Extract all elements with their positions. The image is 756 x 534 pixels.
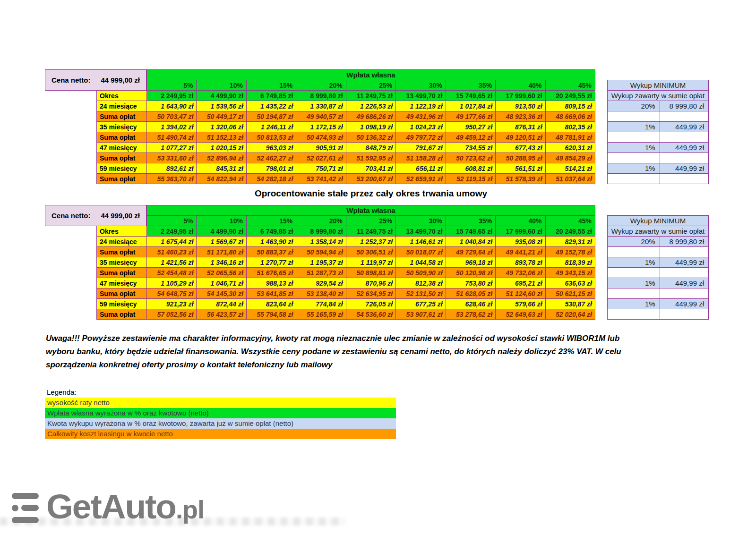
installment-cell: 988,13 zł bbox=[247, 278, 296, 288]
wykup-percent-cell: 1% bbox=[608, 278, 660, 288]
installment-cell: 1 146,61 zł bbox=[396, 237, 445, 246]
row-label: 35 miesięcy bbox=[97, 257, 146, 267]
cena-netto-box: Cena netto:44 999,00 zł bbox=[45, 69, 146, 91]
installment-cell: 893,78 zł bbox=[496, 257, 545, 267]
row-label: 24 miesiące bbox=[97, 237, 146, 246]
wykup-amount-cell bbox=[660, 268, 708, 278]
total-cost-cell: 54 822,94 zł bbox=[197, 174, 246, 184]
logo-bar-middle bbox=[21, 505, 39, 511]
total-cost-cell: 49 729,64 zł bbox=[446, 247, 495, 257]
total-cost-cell: 50 120,98 zł bbox=[446, 268, 495, 278]
downpayment-amount-cell: 2 249,95 zł bbox=[147, 91, 196, 101]
installment-cell: 892,61 zł bbox=[147, 163, 196, 173]
logo-dot bbox=[12, 505, 18, 511]
total-cost-cell: 49 732,06 zł bbox=[496, 268, 545, 278]
wykup-percent-cell: 1% bbox=[608, 299, 660, 309]
installment-cell: 620,31 zł bbox=[546, 143, 595, 153]
total-cost-cell: 51 037,64 zł bbox=[546, 174, 595, 184]
installment-cell: 1 020,15 zł bbox=[197, 143, 246, 153]
installment-cell: 1 105,29 zł bbox=[147, 278, 196, 288]
downpayment-amount-cell: 17 999,60 zł bbox=[496, 226, 545, 236]
wykup-amount-cell bbox=[660, 153, 708, 163]
total-cost-cell: 51 592,95 zł bbox=[346, 153, 395, 163]
total-cost-cell: 50 288,95 zł bbox=[496, 153, 545, 163]
total-cost-cell: 53 641,85 zł bbox=[247, 288, 296, 298]
row-label: 35 miesięcy bbox=[97, 122, 146, 132]
wykup-amount-cell bbox=[660, 309, 708, 319]
wykup-amount-cell bbox=[660, 132, 708, 142]
wykup-percent-cell: 1% bbox=[608, 257, 660, 267]
total-cost-cell: 49 431,96 zł bbox=[396, 111, 445, 121]
total-cost-cell: 52 454,48 zł bbox=[147, 268, 196, 278]
installment-cell: 1 040,84 zł bbox=[446, 237, 495, 246]
wykup-percent-cell: 1% bbox=[608, 143, 660, 153]
getauto-logo: GetAuto.pl bbox=[12, 492, 204, 525]
total-cost-cell: 51 287,73 zł bbox=[296, 268, 345, 278]
total-cost-cell: 50 723,62 zł bbox=[446, 153, 495, 163]
total-cost-cell: 54 282,18 zł bbox=[247, 174, 296, 184]
percent-cell: 5% bbox=[147, 216, 196, 226]
installment-cell: 1 077,27 zł bbox=[147, 143, 196, 153]
wykup-percent-cell bbox=[608, 309, 660, 319]
total-cost-cell: 51 171,80 zł bbox=[197, 247, 246, 257]
percent-cell: 30% bbox=[396, 80, 445, 90]
total-cost-cell: 50 306,51 zł bbox=[346, 247, 395, 257]
total-cost-cell: 57 052,56 zł bbox=[147, 309, 196, 319]
installment-cell: 802,35 zł bbox=[546, 122, 595, 132]
percent-cell: 40% bbox=[496, 80, 545, 90]
installment-cell: 703,41 zł bbox=[346, 163, 395, 173]
legend-item: wysokość raty netto bbox=[45, 398, 396, 408]
total-cost-cell: 51 460,23 zł bbox=[147, 247, 196, 257]
total-cost-cell: 52 131,50 zł bbox=[396, 288, 445, 298]
percent-cell: 15% bbox=[247, 216, 296, 226]
wplata-wlasna-header: Wpłata własna bbox=[146, 205, 595, 216]
total-cost-cell: 51 628,05 zł bbox=[446, 288, 495, 298]
downpayment-amount-cell: 20 249,55 zł bbox=[546, 226, 595, 236]
wykup-amount-cell: 8 999,80 zł bbox=[660, 237, 708, 246]
installment-cell: 848,79 zł bbox=[346, 143, 395, 153]
total-cost-cell: 50 594,94 zł bbox=[296, 247, 345, 257]
total-cost-cell: 49 120,51 zł bbox=[496, 132, 545, 142]
disclaimer-line: wyboru banku, który będzie udzielał fina… bbox=[46, 345, 703, 358]
total-cost-cell: 48 669,06 zł bbox=[546, 111, 595, 121]
legend-item: Wpłata własna wyrażona w % oraz kwotowo … bbox=[45, 408, 396, 418]
downpayment-amount-cell: 17 999,60 zł bbox=[496, 91, 545, 101]
wykup-percent-cell bbox=[608, 153, 660, 163]
installment-cell: 750,71 zł bbox=[296, 163, 345, 173]
installment-cell: 905,91 zł bbox=[296, 143, 345, 153]
row-label: Suma opłat bbox=[97, 288, 146, 298]
installment-cell: 1 569,67 zł bbox=[197, 237, 246, 246]
total-cost-cell: 53 907,61 zł bbox=[396, 309, 445, 319]
downpayment-amount-cell: 15 749,65 zł bbox=[446, 91, 495, 101]
installment-cell: 913,50 zł bbox=[496, 101, 545, 111]
installment-cell: 753,80 zł bbox=[446, 278, 495, 288]
total-cost-cell: 52 027,61 zł bbox=[296, 153, 345, 163]
legend: Legenda: wysokość raty nettoWpłata własn… bbox=[45, 387, 396, 439]
wykup-subtitle: Wykup zawarty w sumie opłat bbox=[608, 91, 708, 101]
installment-cell: 726,05 zł bbox=[346, 299, 395, 309]
wykup-percent-cell bbox=[608, 247, 660, 257]
getauto-menu-icon bbox=[12, 493, 39, 523]
total-cost-cell: 48 781,91 zł bbox=[546, 132, 595, 142]
percent-cell: 5% bbox=[147, 80, 196, 90]
wykup-percent-cell bbox=[608, 132, 660, 142]
installment-cell: 950,27 zł bbox=[446, 122, 495, 132]
total-cost-cell: 49 797,72 zł bbox=[396, 132, 445, 142]
installment-cell: 530,87 zł bbox=[546, 299, 595, 309]
rates-grid: Okres2 249,95 zł4 499,90 zł6 749,85 zł8 … bbox=[96, 90, 595, 184]
percent-cell: 20% bbox=[296, 216, 345, 226]
wykup-amount-cell: 449,99 zł bbox=[660, 163, 708, 173]
installment-cell: 1 394,02 zł bbox=[147, 122, 196, 132]
installment-cell: 656,11 zł bbox=[396, 163, 445, 173]
wykup-percent-cell: 20% bbox=[608, 101, 660, 111]
downpayment-amount-cell: 13 499,70 zł bbox=[396, 226, 445, 236]
installment-cell: 791,67 zł bbox=[396, 143, 445, 153]
installment-cell: 1 435,22 zł bbox=[247, 101, 296, 111]
total-cost-cell: 53 138,40 zł bbox=[296, 288, 345, 298]
installment-cell: 695,21 zł bbox=[496, 278, 545, 288]
row-label: Suma opłat bbox=[97, 153, 146, 163]
total-cost-cell: 50 194,87 zł bbox=[247, 111, 296, 121]
total-cost-cell: 50 813,53 zł bbox=[247, 132, 296, 142]
downpayment-amount-cell: 11 249,75 zł bbox=[346, 226, 395, 236]
percent-cell: 40% bbox=[496, 216, 545, 226]
